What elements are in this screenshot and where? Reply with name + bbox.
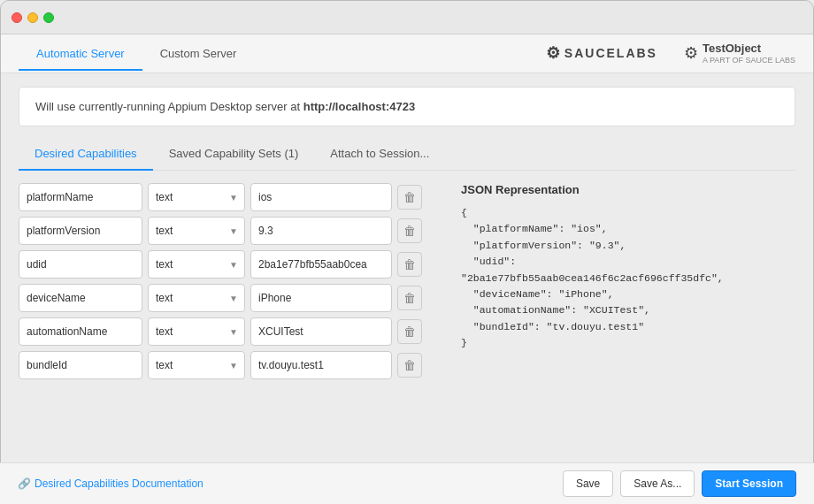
capability-value-input[interactable] [250, 284, 392, 312]
info-url: http://localhost:4723 [303, 100, 415, 113]
json-title: JSON Representation [461, 183, 795, 196]
table-row: textnumberbooleanjson_object▼🗑 [19, 284, 443, 312]
maximize-button[interactable] [43, 12, 54, 23]
testobject-icon: ⚙ [684, 43, 698, 63]
server-logos: ⚙ SAUCELABS ⚙ TestObject A PART OF SAUCE… [546, 42, 795, 65]
tab-attach-to-session[interactable]: Attach to Session... [314, 140, 445, 171]
sauce-labs-logo: ⚙ SAUCELABS [546, 43, 657, 63]
start-session-button[interactable]: Start Session [702, 470, 796, 497]
capability-value-input[interactable] [250, 183, 392, 211]
capability-tabs: Desired Capabilities Saved Capability Se… [19, 140, 795, 171]
close-button[interactable] [12, 12, 22, 23]
sauce-labs-icon: ⚙ [546, 43, 560, 63]
capability-value-input[interactable] [250, 250, 392, 279]
capability-value-input[interactable] [250, 317, 392, 346]
sauce-labs-text: SAUCELABS [564, 46, 657, 60]
capability-name-input[interactable] [19, 183, 142, 211]
save-as-button[interactable]: Save As... [620, 470, 695, 497]
delete-button[interactable]: 🗑 [397, 286, 422, 310]
delete-button[interactable]: 🗑 [397, 218, 422, 243]
title-bar [1, 1, 813, 34]
json-content: { "platformName": "ios", "platformVersio… [461, 205, 795, 352]
delete-button[interactable]: 🗑 [397, 319, 422, 344]
main-content: Desired Capabilities Saved Capability Se… [1, 140, 813, 379]
json-panel: JSON Representation { "platformName": "i… [443, 183, 795, 379]
capability-type-select[interactable]: textnumberbooleanjson_object [148, 317, 245, 346]
capability-type-select[interactable]: textnumberbooleanjson_object [148, 217, 245, 245]
link-icon: 🔗 [18, 477, 31, 490]
delete-button[interactable]: 🗑 [397, 185, 422, 210]
info-banner: Will use currently-running Appium Deskto… [19, 87, 795, 126]
testobject-text: TestObject [703, 42, 795, 56]
doc-link[interactable]: 🔗 Desired Capabilities Documentation [18, 477, 204, 490]
capability-value-input[interactable] [250, 351, 392, 379]
capability-name-input[interactable] [19, 217, 142, 245]
capability-rows: textnumberbooleanjson_object▼🗑textnumber… [19, 183, 443, 379]
minimize-button[interactable] [27, 12, 38, 23]
footer-buttons: Save Save As... Start Session [563, 470, 796, 497]
tab-custom-server[interactable]: Custom Server [142, 38, 255, 71]
tab-automatic-server[interactable]: Automatic Server [19, 38, 142, 71]
save-button[interactable]: Save [563, 470, 613, 497]
table-row: textnumberbooleanjson_object▼🗑 [19, 351, 443, 379]
doc-link-text: Desired Capabilities Documentation [35, 477, 204, 490]
table-row: textnumberbooleanjson_object▼🗑 [19, 217, 443, 245]
footer: 🔗 Desired Capabilities Documentation Sav… [0, 462, 814, 504]
capability-name-input[interactable] [19, 317, 142, 346]
table-row: textnumberbooleanjson_object▼🗑 [19, 317, 443, 346]
info-text-prefix: Will use currently-running Appium Deskto… [35, 100, 303, 113]
table-row: textnumberbooleanjson_object▼🗑 [19, 183, 443, 211]
capability-value-input[interactable] [250, 217, 392, 245]
capability-type-select[interactable]: textnumberbooleanjson_object [148, 250, 245, 279]
capability-name-input[interactable] [19, 284, 142, 312]
server-tabs: Automatic Server Custom Server ⚙ SAUCELA… [1, 34, 813, 73]
testobject-subtitle: A PART OF SAUCE LABS [703, 56, 795, 65]
delete-button[interactable]: 🗑 [397, 252, 422, 277]
delete-button[interactable]: 🗑 [397, 353, 422, 378]
table-row: textnumberbooleanjson_object▼🗑 [19, 250, 443, 279]
capability-type-select[interactable]: textnumberbooleanjson_object [148, 284, 245, 312]
tab-saved-capability-sets[interactable]: Saved Capability Sets (1) [153, 140, 315, 171]
capability-name-input[interactable] [19, 250, 142, 279]
traffic-lights [12, 12, 54, 23]
capability-type-select[interactable]: textnumberbooleanjson_object [148, 351, 245, 379]
capability-type-select[interactable]: textnumberbooleanjson_object [148, 183, 245, 211]
tab-desired-capabilities[interactable]: Desired Capabilities [19, 140, 153, 171]
two-column-layout: textnumberbooleanjson_object▼🗑textnumber… [19, 183, 795, 379]
capability-name-input[interactable] [19, 351, 142, 379]
testobject-logo: ⚙ TestObject A PART OF SAUCE LABS [684, 42, 795, 65]
